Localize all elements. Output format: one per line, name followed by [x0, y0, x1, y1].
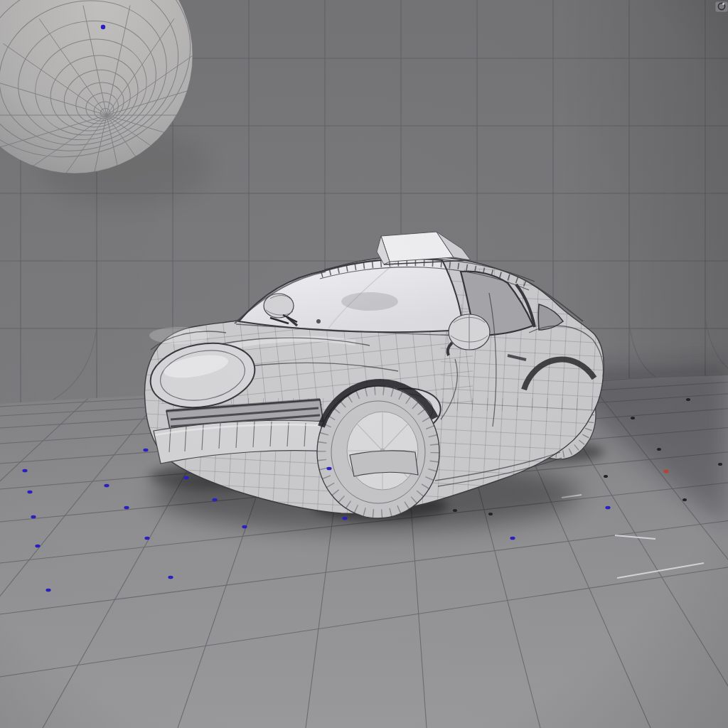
render-view[interactable] [0, 0, 728, 728]
vignette [0, 0, 728, 728]
viewport-canvas[interactable] [0, 0, 728, 728]
viewport-widget-icon[interactable] [715, 1, 728, 12]
